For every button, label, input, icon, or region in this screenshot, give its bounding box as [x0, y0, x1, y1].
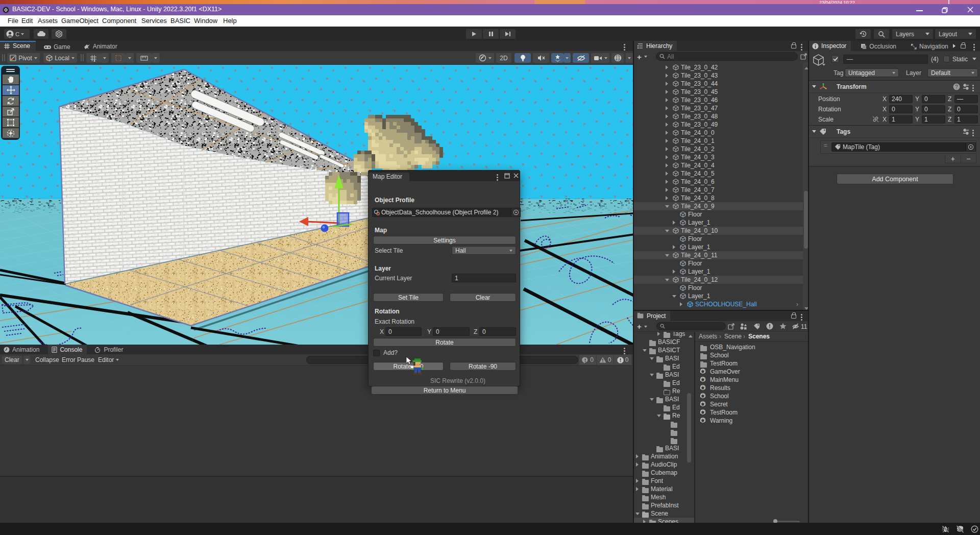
svg-text:?: ?: [955, 84, 958, 90]
